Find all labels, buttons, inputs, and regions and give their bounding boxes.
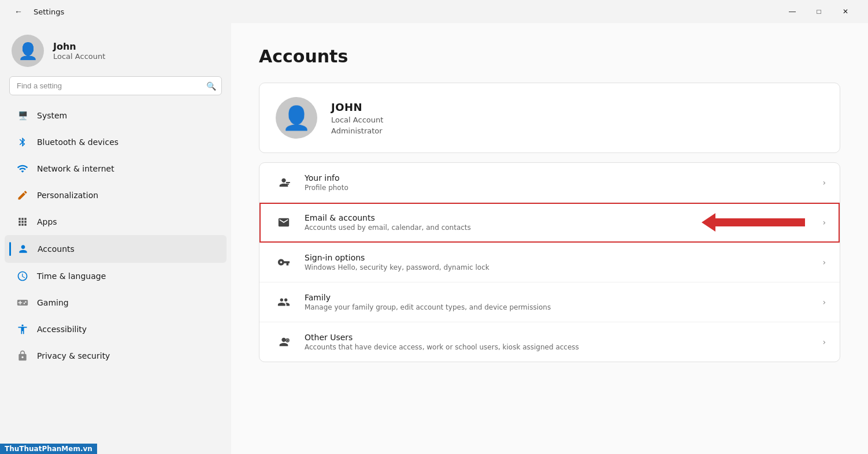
privacy-icon: [16, 349, 29, 362]
settings-item-signin[interactable]: Sign-in options Windows Hello, security …: [259, 243, 840, 282]
profile-line1: Local Account: [331, 116, 383, 124]
accessibility-icon: [16, 323, 29, 336]
signin-chevron: ›: [822, 258, 826, 267]
bluetooth-icon: [16, 136, 29, 148]
sidebar: 👤 John Local Account 🔍 🖥️ System Bluetoo…: [0, 23, 231, 454]
settings-item-family[interactable]: Family Manage your family group, edit ac…: [259, 282, 840, 322]
profile-name: JOHN: [331, 101, 383, 113]
email-desc: Accounts used by email, calendar, and co…: [305, 224, 812, 232]
bluetooth-label: Bluetooth & devices: [37, 137, 118, 147]
svg-rect-0: [286, 182, 290, 183]
time-label: Time & language: [37, 271, 106, 281]
network-icon: [16, 162, 29, 175]
privacy-label: Privacy & security: [37, 351, 110, 360]
sidebar-item-accessibility[interactable]: Accessibility: [5, 316, 227, 343]
close-button[interactable]: ✕: [832, 2, 859, 21]
other-users-desc: Accounts that have device access, work o…: [305, 343, 812, 351]
sidebar-item-accounts[interactable]: Accounts: [5, 235, 227, 263]
sidebar-item-personalization[interactable]: Personalization: [5, 182, 227, 209]
accessibility-label: Accessibility: [37, 325, 87, 334]
your-info-title: Your info: [305, 173, 812, 183]
user-name: John: [53, 41, 105, 52]
network-label: Network & internet: [37, 164, 114, 173]
user-info: John Local Account: [53, 41, 105, 61]
your-info-desc: Profile photo: [305, 184, 812, 192]
back-button[interactable]: ←: [9, 2, 28, 21]
signin-icon: [273, 252, 294, 273]
signin-text: Sign-in options Windows Hello, security …: [305, 253, 812, 271]
gaming-label: Gaming: [37, 298, 69, 307]
other-users-text: Other Users Accounts that have device ac…: [305, 333, 812, 351]
back-icon: ←: [14, 7, 23, 16]
your-info-text: Your info Profile photo: [305, 173, 812, 192]
user-avatar-icon: 👤: [18, 42, 38, 61]
signin-desc: Windows Hello, security key, password, d…: [305, 263, 812, 271]
family-icon: [273, 292, 294, 312]
sidebar-item-time[interactable]: Time & language: [5, 263, 227, 289]
family-title: Family: [305, 293, 812, 302]
apps-label: Apps: [37, 217, 57, 226]
app-title: Settings: [34, 8, 64, 16]
accounts-label: Accounts: [38, 244, 75, 254]
profile-details: JOHN Local Account Administrator: [331, 101, 383, 135]
time-icon: [16, 270, 29, 282]
titlebar: ← Settings — □ ✕: [0, 0, 868, 23]
page-title: Accounts: [259, 46, 840, 66]
email-chevron: ›: [822, 218, 826, 227]
settings-item-your-info[interactable]: Your info Profile photo ›: [259, 163, 840, 203]
sidebar-item-bluetooth[interactable]: Bluetooth & devices: [5, 129, 227, 155]
other-users-icon: [273, 332, 294, 352]
email-icon: [273, 212, 294, 233]
search-icon: 🔍: [206, 81, 216, 91]
sidebar-item-apps[interactable]: Apps: [5, 209, 227, 235]
main-content: Accounts 👤 JOHN Local Account Administra…: [231, 23, 868, 454]
settings-item-other-users[interactable]: Other Users Accounts that have device ac…: [259, 322, 840, 362]
email-text: Email & accounts Accounts used by email,…: [305, 213, 812, 232]
app-body: 👤 John Local Account 🔍 🖥️ System Bluetoo…: [0, 23, 868, 454]
sidebar-item-system[interactable]: 🖥️ System: [5, 102, 227, 129]
user-profile: 👤 John Local Account: [0, 23, 231, 76]
watermark: ThuThuatPhanMem.vn: [0, 444, 97, 454]
system-label: System: [37, 111, 67, 120]
settings-list: Your info Profile photo › Email & accoun…: [259, 162, 840, 362]
sidebar-item-network[interactable]: Network & internet: [5, 155, 227, 182]
personalization-icon: [16, 189, 29, 202]
search-box: 🔍: [9, 76, 222, 95]
your-info-chevron: ›: [822, 178, 826, 187]
search-input[interactable]: [9, 76, 222, 95]
your-info-icon: [273, 172, 294, 193]
active-indicator: [9, 242, 11, 256]
minimize-button[interactable]: —: [779, 2, 806, 21]
email-title: Email & accounts: [305, 213, 812, 222]
other-users-title: Other Users: [305, 333, 812, 342]
gaming-icon: [16, 296, 29, 309]
signin-title: Sign-in options: [305, 253, 812, 262]
user-account-type: Local Account: [53, 52, 105, 61]
avatar: 👤: [12, 35, 44, 67]
sidebar-item-privacy[interactable]: Privacy & security: [5, 343, 227, 369]
family-chevron: ›: [822, 297, 826, 307]
other-users-chevron: ›: [822, 337, 826, 347]
settings-item-email[interactable]: Email & accounts Accounts used by email,…: [259, 203, 840, 243]
accounts-icon: [17, 243, 29, 255]
family-text: Family Manage your family group, edit ac…: [305, 293, 812, 311]
profile-avatar: 👤: [276, 97, 317, 139]
profile-line2: Administrator: [331, 126, 383, 135]
apps-icon: [16, 215, 29, 228]
profile-card: 👤 JOHN Local Account Administrator: [259, 83, 840, 153]
sidebar-item-gaming[interactable]: Gaming: [5, 289, 227, 316]
profile-avatar-icon: 👤: [282, 105, 311, 132]
system-icon: 🖥️: [16, 109, 29, 122]
svg-rect-1: [286, 184, 290, 185]
personalization-label: Personalization: [37, 191, 98, 200]
restore-button[interactable]: □: [806, 2, 832, 21]
family-desc: Manage your family group, edit account t…: [305, 303, 812, 311]
nav-list: 🖥️ System Bluetooth & devices Network & …: [0, 102, 231, 369]
window-controls: — □ ✕: [779, 2, 859, 21]
